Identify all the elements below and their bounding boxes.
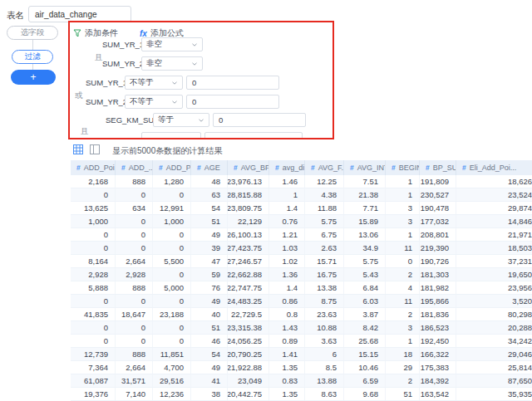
column-header[interactable]: #AVG_INT... (344, 160, 386, 175)
flow-connector (32, 64, 33, 70)
condition-row: SUM_YR_1 (102, 37, 144, 51)
table-cell: 29 (386, 361, 420, 374)
table-cell: 2,928 (116, 268, 153, 281)
table-cell: 37,231 (456, 255, 532, 267)
column-header[interactable]: #ADD_Poi... (71, 160, 116, 175)
table-row: 41,83518,64723,1884022,729.50.823.633.87… (71, 308, 532, 321)
table-cell: 2 (386, 268, 420, 281)
table-cell: 0 (153, 228, 191, 241)
table-view-icon[interactable] (73, 144, 83, 154)
column-header[interactable]: #avg_di... (269, 160, 305, 175)
table-cell: 0 (153, 321, 191, 334)
condition-row: SUM_YR_2 (86, 95, 127, 109)
table-name-input[interactable] (28, 6, 131, 22)
table-cell: 47 (191, 255, 228, 267)
column-header[interactable]: #AVG_F... (305, 160, 344, 175)
condition-operator-select[interactable]: 不等于 (125, 76, 183, 90)
table-cell: 23,188 (153, 308, 191, 320)
table-cell: 1.35 (269, 361, 305, 374)
table-cell: 190,726 (420, 255, 456, 267)
table-cell: 2 (386, 374, 420, 387)
condition-value-input[interactable] (204, 132, 303, 139)
table-cell: 8,164 (71, 255, 116, 267)
column-header-label: BEGIN... (399, 164, 420, 172)
condition-value-input[interactable] (186, 76, 279, 90)
column-header[interactable]: #BEGIN... (386, 160, 420, 175)
column-header-label: AGE (204, 164, 220, 172)
table-cell: 18,647 (116, 308, 153, 320)
table-cell: 184,392 (420, 374, 456, 387)
column-header-label: AVG_F... (318, 164, 344, 172)
table-cell: 1.36 (269, 268, 305, 281)
numeric-type-icon: # (234, 164, 238, 172)
table-cell: 14,846 (456, 215, 532, 227)
condition-operator-select[interactable]: 等于 (153, 113, 209, 127)
numeric-type-icon: # (426, 164, 430, 172)
table-cell: 11,851 (153, 348, 191, 360)
table-cell: 12,236 (153, 388, 191, 400)
table-cell: 1.41 (269, 348, 305, 360)
table-cell: 87,650 (456, 374, 532, 387)
table-cell: 51 (191, 215, 228, 227)
table-cell: 1,000 (71, 215, 116, 227)
table-cell: 18,503 (456, 242, 532, 254)
table-cell: 5.75 (305, 215, 344, 227)
condition-operator-select[interactable]: 非空 (141, 56, 203, 71)
table-cell: 208,801 (420, 228, 456, 241)
table-cell: 25.68 (344, 335, 386, 347)
table-row: 0005123,315.381.4310.888.423186,52320,28… (71, 321, 532, 335)
add-node-button[interactable]: + (11, 70, 56, 85)
table-cell: 23,976.13 (228, 175, 269, 188)
numeric-type-icon: # (159, 164, 163, 172)
table-cell: 26,100.13 (228, 228, 269, 241)
table-cell: 31,571 (116, 374, 153, 387)
table-cell: 80,298 (456, 308, 532, 320)
table-cell: 19,650 (456, 268, 532, 281)
table-cell: 3 (386, 321, 420, 334)
table-cell: 9.68 (344, 388, 386, 400)
table-cell: 24,056.25 (228, 335, 269, 347)
table-cell: 8.63 (305, 388, 344, 400)
table-cell: 0 (153, 335, 191, 347)
column-header[interactable]: #Eli_Add_Poi... (456, 160, 532, 175)
table-cell: 2,664 (116, 361, 153, 374)
column-header[interactable]: #ADD_... (116, 160, 153, 175)
condition-operator-select[interactable]: 非空 (141, 37, 203, 51)
condition-operator-select[interactable] (141, 132, 201, 139)
numeric-type-icon: # (462, 164, 466, 172)
sidebar-node-filter[interactable]: 过滤 (12, 50, 53, 64)
numeric-type-icon: # (121, 164, 126, 172)
table-cell: 6.84 (344, 281, 386, 294)
table-cell: 177,032 (420, 215, 456, 227)
sidebar-node-select-fields[interactable]: 选字段 (7, 26, 58, 40)
chevron-down-icon (171, 99, 178, 105)
table-cell: 54 (191, 348, 228, 360)
table-cell: 2,928 (71, 268, 116, 281)
flow-connector (32, 40, 33, 50)
table-cell: 61,087 (71, 374, 116, 387)
table-cell: 21,922.88 (228, 361, 269, 374)
table-cell: 1 (386, 175, 420, 188)
column-header[interactable]: #AVG_BP... (228, 160, 269, 175)
table-cell: 0.89 (269, 335, 305, 347)
table-cell: 59 (191, 268, 228, 281)
condition-value-input[interactable] (213, 113, 306, 127)
table-cell: 12,991 (153, 202, 191, 214)
table-cell: 4.38 (305, 188, 344, 201)
numeric-type-icon: # (197, 164, 201, 172)
column-header[interactable]: #AGE (191, 160, 228, 175)
table-cell: 23,524 (456, 188, 532, 201)
condition-value-input[interactable] (186, 95, 279, 109)
table-cell: 6.03 (344, 295, 386, 307)
column-header[interactable]: #BP_SUM (420, 160, 456, 175)
table-cell: 1 (386, 335, 420, 347)
column-header[interactable]: #ADD_P... (153, 160, 191, 175)
panel-view-icon[interactable] (90, 144, 100, 154)
table-cell: 0 (386, 255, 420, 267)
condition-operator-select[interactable]: 不等于 (125, 95, 183, 109)
table-cell: 181,982 (420, 281, 456, 294)
table-cell: 13,625 (71, 202, 116, 214)
table-row: 0006328,815.8814.3821.381230,52723,524 (71, 188, 532, 202)
table-cell: 0 (116, 321, 153, 334)
table-cell: 1,280 (153, 175, 191, 188)
